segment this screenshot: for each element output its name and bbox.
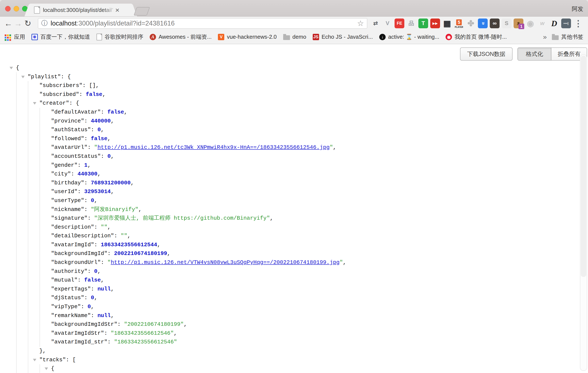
- json-token: :: [71, 171, 78, 177]
- json-token: ,: [91, 303, 94, 310]
- json-token: 18633423556612544: [101, 242, 157, 248]
- tab-close-icon[interactable]: ×: [115, 6, 119, 14]
- toolbar: ← → ↻ ⓘ localhost :3000/playlist/detail?…: [0, 17, 588, 30]
- bookmark-label: active: ⌛ - waiting...: [388, 34, 439, 40]
- json-token: false: [107, 109, 124, 115]
- bird-extension-icon[interactable]: w: [537, 19, 547, 28]
- html5-player-glyph: 5: [456, 19, 462, 25]
- json-link[interactable]: http://p1.music.126.net/tc3Wk_XNPmwiR4hx…: [97, 144, 329, 150]
- json-row: "defaultAvatar": false,: [0, 108, 579, 117]
- json-token: :: [94, 242, 101, 248]
- reload-icon[interactable]: ↻: [23, 19, 33, 27]
- json-token: :: [101, 259, 107, 266]
- other-bookmarks[interactable]: 其他书签: [552, 33, 583, 41]
- translate-glyph: ⇄: [373, 20, 378, 27]
- json-token: :: [88, 215, 94, 221]
- bookmark-item[interactable]: JSEcho JS - JavaScri...: [313, 34, 373, 40]
- json-row: "authStatus": 0,: [0, 126, 579, 134]
- new-tab-button[interactable]: [134, 7, 150, 16]
- vue-devtools-icon[interactable]: V: [383, 19, 392, 28]
- json-token: "signature": [51, 215, 88, 221]
- fe-extension-icon[interactable]: FE: [395, 19, 404, 28]
- json-row: "mutual": false,: [0, 276, 579, 285]
- bookmark-star-icon[interactable]: ☆: [357, 19, 364, 28]
- close-window-button[interactable]: [5, 6, 11, 11]
- bookmark-item[interactable]: AAwesomes - 前端资...: [150, 33, 211, 41]
- json-token: ,: [343, 259, 346, 266]
- json-token: "subscribers": [39, 82, 83, 89]
- json-token: "nickname": [51, 206, 84, 213]
- bird-extension-glyph: w: [540, 20, 545, 27]
- minimize-window-button[interactable]: [14, 6, 19, 11]
- bookmark-item[interactable]: ↓active: ⌛ - waiting...: [379, 34, 439, 40]
- translate-icon[interactable]: ⇄: [371, 19, 380, 28]
- incognito-mask-icon[interactable]: ∞: [490, 19, 500, 28]
- json-token: :: [101, 109, 107, 115]
- json-token: "vipType": [51, 303, 81, 310]
- s-extension-icon[interactable]: S: [502, 19, 512, 28]
- json-token: ,: [127, 233, 131, 239]
- json-row: "remarkName": null,: [0, 311, 579, 320]
- json-row: "detailDescription": "",: [0, 232, 579, 241]
- json-token: "followed": [51, 136, 84, 142]
- address-bar[interactable]: ⓘ localhost :3000/playlist/detail?id=243…: [38, 18, 367, 29]
- qr-code-icon[interactable]: ▦: [442, 19, 452, 28]
- json-token: "expertTags": [51, 286, 91, 292]
- bookmark-item[interactable]: demo: [283, 34, 306, 40]
- video-speed-icon[interactable]: ▶▶: [430, 19, 440, 28]
- json-row: "gender": 1,: [0, 161, 579, 170]
- json-token: :: [91, 127, 97, 133]
- sitemap-extension-icon[interactable]: 品: [407, 19, 416, 28]
- proxy-extension-icon[interactable]: •••|: [561, 19, 571, 28]
- page-info-icon[interactable]: ⓘ: [41, 19, 48, 28]
- collapse-toggle-icon[interactable]: [33, 102, 36, 105]
- json-token: "playlist": [28, 74, 61, 80]
- json-token: "detailDescription": [51, 233, 114, 239]
- json-token: "2002210674180199": [124, 321, 184, 328]
- back-icon[interactable]: ←: [3, 19, 13, 27]
- bookmarks-overflow-icon[interactable]: »: [543, 33, 547, 41]
- weibo-gray-glyph: ◉: [527, 19, 534, 28]
- forward-icon[interactable]: →: [13, 19, 23, 27]
- more-menu-icon[interactable]: ⋮: [574, 19, 582, 28]
- paw-extension-icon[interactable]: ✤: [466, 19, 476, 28]
- json-token: 440000: [91, 118, 111, 124]
- sitemap-extension-glyph: 品: [409, 20, 414, 27]
- json-token: ,: [167, 250, 170, 257]
- bookmark-item[interactable]: ◉我的首页 微博-随时...: [446, 33, 507, 41]
- collapse-toggle-icon[interactable]: [45, 367, 48, 370]
- bookmark-item[interactable]: 谷歌按时间排序: [96, 33, 143, 41]
- json-token: {: [16, 65, 19, 71]
- json-token: "mutual": [51, 277, 78, 283]
- json-token: ": [339, 259, 343, 266]
- html5-player-icon[interactable]: 5PLAYER: [454, 19, 464, 28]
- weibo-gray-icon[interactable]: ◉: [525, 19, 535, 28]
- json-token: 1: [84, 162, 88, 169]
- tampermonkey-icon[interactable]: T: [418, 19, 428, 28]
- profile-name[interactable]: 阿发: [572, 5, 583, 13]
- json-token: :: [91, 286, 97, 292]
- bookmark-item[interactable]: 应用: [5, 33, 25, 41]
- image-downloader-icon[interactable]: «: [478, 19, 488, 28]
- dark-d-extension-icon[interactable]: D: [549, 19, 559, 28]
- collapse-toggle-icon[interactable]: [21, 76, 25, 78]
- collapse-toggle-icon[interactable]: [10, 67, 13, 69]
- scrollbar-thumb[interactable]: [581, 56, 586, 277]
- other-bookmarks-label: 其他书签: [561, 33, 583, 41]
- json-token: 0: [97, 127, 101, 133]
- bookmark-item[interactable]: ❊百度一下，你就知道: [32, 33, 90, 41]
- bookmark-label: 谷歌按时间排序: [105, 33, 143, 41]
- collapse-toggle-icon[interactable]: [33, 359, 36, 361]
- url-path: :3000/playlist/detail?id=24381616: [76, 20, 175, 27]
- json-token: 2002210674180199: [114, 250, 167, 257]
- json-token: "avatarImgId_str": [51, 339, 107, 345]
- apps-grid-icon: [5, 34, 6, 36]
- json-link[interactable]: http://p1.music.126.net/VTW4vsN08vwL3uSQ…: [111, 259, 340, 266]
- browser-tab[interactable]: localhost:3000/playlist/detail? ×: [32, 4, 130, 16]
- json-token: },: [39, 348, 46, 354]
- bookmark-item[interactable]: Vvue-hackernews-2.0: [218, 34, 277, 40]
- monkey-extension-icon[interactable]: ᴥ1: [514, 19, 523, 28]
- image-downloader-glyph: «: [480, 22, 486, 25]
- json-token: "avatarImgId": [51, 242, 94, 248]
- bookmark-favicon: ❊: [32, 34, 38, 40]
